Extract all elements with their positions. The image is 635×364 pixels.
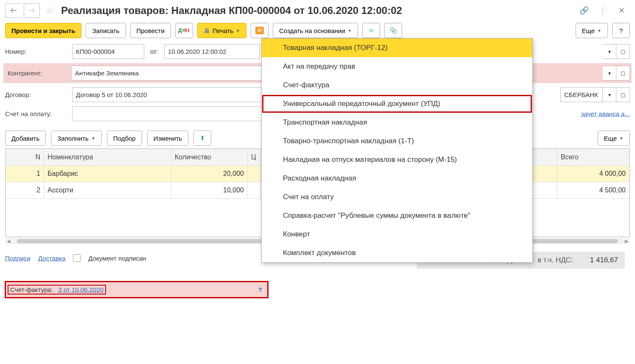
cell-qty: 10,000	[171, 182, 248, 199]
post-and-close-button[interactable]: Провести и закрыть	[5, 23, 81, 38]
toolbar-more-label: Еще	[582, 27, 595, 34]
toolbar-more-button[interactable]: Еще ▼	[576, 23, 608, 38]
counterparty-label: Контрагент:	[8, 69, 70, 77]
number-label: Номер:	[5, 48, 69, 55]
bank-input[interactable]: СБЕРБАНК	[560, 87, 603, 102]
structure-button[interactable]: ፨	[362, 23, 380, 38]
table-more-button[interactable]: Еще ▼	[598, 131, 630, 146]
scroll-left-icon: ◀	[5, 239, 12, 244]
cell-cut	[248, 182, 260, 199]
print-menu-item[interactable]: Справка-расчет "Рублевые суммы документа…	[262, 206, 532, 225]
post-button[interactable]: Провести	[130, 23, 171, 38]
print-menu-item[interactable]: Счет на оплату	[262, 188, 532, 206]
nav-forward-button[interactable]: 🡢	[24, 3, 40, 18]
favorite-star-icon[interactable]: ☆	[42, 3, 57, 18]
print-menu-item[interactable]: Комплект документов	[262, 244, 532, 262]
field-open-button[interactable]: ▢	[616, 44, 630, 59]
page-title: Реализация товаров: Накладная КП00-00000…	[59, 5, 576, 17]
from-label: от:	[148, 48, 161, 55]
print-menu: Товарная накладная (ТОРГ-12) Акт на пере…	[261, 38, 533, 263]
chevron-down-icon: ▼	[597, 28, 601, 33]
delivery-link[interactable]: Доставка	[38, 255, 65, 262]
col-n[interactable]: N	[6, 149, 44, 166]
print-menu-item[interactable]: Счет-фактура	[262, 76, 532, 94]
print-menu-item[interactable]: Товарная накладная (ТОРГ-12)	[262, 39, 532, 57]
cell-cut	[248, 166, 260, 182]
print-menu-item[interactable]: Акт на передачу прав	[262, 57, 532, 76]
print-button[interactable]: 🖶 Печать ▼	[197, 23, 246, 38]
print-menu-item[interactable]: Товарно-транспортная накладная (1-Т)	[262, 132, 532, 150]
col-nomen[interactable]: Номенклатура	[44, 149, 171, 166]
nav-back-button[interactable]: 🡠	[5, 3, 21, 18]
chevron-down-icon: ▼	[91, 136, 95, 141]
chevron-down-icon: ▼	[619, 136, 624, 141]
save-button[interactable]: Записать	[86, 23, 126, 38]
arrow-right-icon: 🡢	[28, 7, 35, 14]
paperclip-icon: 📎	[389, 27, 397, 34]
doc-signed-checkbox[interactable]	[73, 254, 81, 262]
close-icon[interactable]: ✕	[616, 6, 627, 16]
cell-total: 4 500,00	[557, 182, 629, 199]
col-qty[interactable]: Количество	[171, 149, 248, 166]
doc-signed-label: Документ подписан	[88, 255, 146, 262]
field-picker-button[interactable]: ▾	[603, 87, 616, 102]
arrow-up-icon: ⬆	[200, 134, 205, 142]
mail-button[interactable]: ✉	[251, 23, 269, 38]
vat-label: в т.ч. НДС:	[537, 256, 573, 264]
scroll-right-icon: ▶	[623, 239, 630, 244]
col-price-cut[interactable]: Ц	[248, 149, 260, 166]
printer-icon: 🖶	[204, 27, 210, 34]
print-menu-item[interactable]: Расходная накладная	[262, 169, 532, 188]
field-open-button[interactable]: ▢	[616, 66, 630, 81]
fill-button[interactable]: Заполнить ▼	[51, 131, 102, 146]
invoice-label: Счет-фактура:	[10, 286, 53, 293]
field-picker-button[interactable]: ▾	[603, 66, 616, 81]
mail-icon: ✉	[255, 27, 264, 34]
table-more-label: Еще	[604, 135, 617, 142]
invoice-bar: Счет-фактура: 3 от 10.06.2020 ?	[5, 281, 268, 298]
invoice-pay-input[interactable]	[72, 106, 263, 121]
cell-n: 1	[6, 166, 44, 182]
contract-label: Договор:	[5, 91, 69, 98]
fill-label: Заполнить	[57, 135, 89, 142]
cell-total: 4 000,00	[557, 166, 629, 182]
date-input[interactable]: 10.06.2020 12:00:02	[164, 44, 260, 59]
print-menu-item[interactable]: Транспортная накладная	[262, 113, 532, 132]
invoice-link[interactable]: 3 от 10.06.2020	[58, 286, 104, 293]
create-based-label: Создать на основании	[279, 27, 345, 34]
number-input[interactable]: КП00-000004	[72, 44, 144, 59]
chevron-down-icon: ▼	[348, 28, 352, 33]
add-row-button[interactable]: Добавить	[5, 131, 46, 146]
link-icon[interactable]: 🔗	[579, 6, 589, 16]
print-button-label: Печать	[213, 27, 233, 34]
print-menu-item-upd[interactable]: Универсальный передаточный документ (УПД…	[262, 94, 532, 113]
cell-n: 2	[6, 182, 44, 199]
help-button[interactable]: ?	[612, 23, 630, 38]
print-menu-item[interactable]: Накладная на отпуск материалов на сторон…	[262, 150, 532, 169]
col-total[interactable]: Всего	[557, 149, 629, 166]
structure-icon: ፨	[369, 27, 374, 34]
signs-link[interactable]: Подписи	[5, 255, 31, 262]
chevron-down-icon: ▼	[236, 28, 240, 33]
invoice-help-icon[interactable]: ?	[258, 286, 262, 293]
dt-kt-button[interactable]: ДтКт	[175, 23, 193, 38]
cell-nomen: Ассорти	[44, 182, 171, 199]
invoice-pay-label: Счет на оплату:	[5, 110, 69, 117]
change-button[interactable]: Изменить	[147, 131, 189, 146]
select-button[interactable]: Подбор	[107, 131, 142, 146]
vat-value: 1 416,67	[590, 256, 618, 264]
advance-offset-link[interactable]: зачет аванса а...	[581, 110, 630, 117]
kebab-menu-icon[interactable]: ⋮	[598, 6, 608, 16]
arrow-left-icon: 🡠	[10, 7, 17, 14]
cell-qty: 20,000	[171, 166, 248, 182]
dt-kt-icon: ДтКт	[178, 28, 190, 33]
contract-input[interactable]: Договор 5 от 10.06.2020	[72, 87, 263, 102]
move-up-button[interactable]: ⬆	[193, 131, 211, 146]
counterparty-input[interactable]: Антикафе Земляника	[71, 66, 262, 81]
field-picker-button[interactable]: ▾	[603, 44, 616, 59]
field-open-button[interactable]: ▢	[616, 87, 630, 102]
print-menu-item[interactable]: Конверт	[262, 225, 532, 244]
attach-button[interactable]: 📎	[384, 23, 402, 38]
create-based-button[interactable]: Создать на основании ▼	[273, 23, 358, 38]
cell-nomen: Барбарис	[44, 166, 171, 182]
